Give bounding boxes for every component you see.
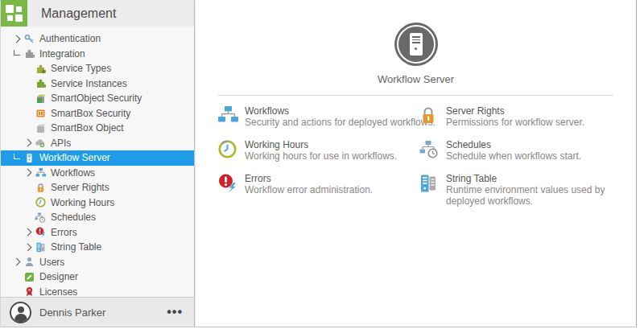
sidebar-item-label: Service Instances bbox=[51, 78, 127, 89]
sidebar-item-label: Licenses bbox=[39, 286, 77, 298]
sidebar-item-label: Errors bbox=[51, 227, 77, 238]
sidebar-item-smartbox-security[interactable]: SmartBox Security bbox=[1, 106, 194, 121]
error-icon bbox=[218, 174, 239, 196]
sidebar-item-smartbox-object[interactable]: SmartBox Object bbox=[1, 121, 194, 136]
tile-title: Server Rights bbox=[446, 105, 505, 117]
user-icon bbox=[23, 257, 35, 267]
sidebar-item-schedules[interactable]: Schedules bbox=[1, 210, 194, 225]
user-menu-ellipsis-icon[interactable]: ••• bbox=[167, 308, 183, 316]
service-instances-icon bbox=[34, 78, 47, 88]
sidebar-item-label: Working Hours bbox=[51, 197, 114, 208]
sidebar-item-label: Workflows bbox=[51, 167, 95, 179]
chevron-right-icon[interactable] bbox=[23, 170, 34, 175]
tile-title: String Table bbox=[446, 173, 497, 184]
chevron-right-icon[interactable] bbox=[11, 36, 23, 42]
sidebar-item-integration[interactable]: Integration bbox=[1, 47, 194, 62]
sidebar-item-label: String Table bbox=[51, 241, 101, 253]
app-grid-logo-icon[interactable] bbox=[1, 0, 27, 27]
user-avatar bbox=[10, 302, 31, 323]
collapse-elbow-icon[interactable] bbox=[11, 52, 23, 56]
user-bar: Dennis Parker ••• bbox=[1, 297, 194, 327]
smartbox-security-icon bbox=[34, 108, 47, 118]
sidebar-item-label: Server Rights bbox=[51, 182, 109, 193]
tile-title: Schedules bbox=[446, 139, 491, 150]
sidebar-item-label: APIs bbox=[51, 138, 71, 149]
tile-string-table[interactable]: String Table Runtime environment values … bbox=[419, 173, 616, 207]
lock-icon bbox=[34, 183, 47, 193]
feature-grid: Workflows Security and actions for deplo… bbox=[196, 96, 636, 207]
workflows-icon bbox=[218, 106, 239, 126]
user-name: Dennis Parker bbox=[39, 306, 167, 319]
sidebar-item-label: SmartBox Object bbox=[51, 122, 124, 134]
sidebar-item-service-types[interactable]: Service Types bbox=[1, 61, 194, 76]
smartbox-object-icon bbox=[34, 123, 47, 134]
main-header: Workflow Server bbox=[196, 0, 636, 85]
smartobject-security-icon bbox=[34, 93, 47, 104]
lock-icon bbox=[419, 106, 440, 128]
sidebar-item-smartobject-security[interactable]: SmartObject Security bbox=[1, 91, 194, 106]
string-table-icon bbox=[34, 242, 47, 253]
tile-errors[interactable]: Errors Workflow error administration. bbox=[218, 173, 419, 207]
tile-title: Errors bbox=[245, 173, 271, 184]
error-icon bbox=[34, 227, 47, 237]
sidebar-header: Management bbox=[1, 0, 194, 27]
sidebar-item-workflow-server[interactable]: Workflow Server bbox=[1, 150, 194, 166]
sidebar-item-working-hours[interactable]: Working Hours bbox=[1, 195, 194, 211]
sidebar: Management Authentication Integration bbox=[1, 0, 195, 327]
workflows-icon bbox=[34, 167, 47, 178]
tile-description: Runtime environment values used by deplo… bbox=[446, 184, 605, 207]
tile-working-hours[interactable]: Working Hours Working hours for use in w… bbox=[218, 139, 419, 162]
clock-icon bbox=[218, 140, 239, 162]
sidebar-item-designer[interactable]: Designer bbox=[1, 269, 194, 285]
workflow-server-icon bbox=[394, 23, 438, 66]
tile-description: Working hours for use in workflows. bbox=[245, 150, 397, 162]
sidebar-item-server-rights[interactable]: Server Rights bbox=[1, 180, 194, 195]
navigation-tree: Authentication Integration Service Types bbox=[1, 27, 194, 299]
tile-schedules[interactable]: Schedules Schedule when workflows start. bbox=[419, 139, 616, 162]
key-icon bbox=[23, 34, 35, 44]
main-content: Workflow Server Workflows Security and a… bbox=[196, 0, 636, 327]
cloud-icon bbox=[34, 138, 47, 148]
tile-description: Permissions for workflow server. bbox=[446, 117, 584, 128]
sidebar-item-label: Workflow Server bbox=[39, 152, 110, 163]
sidebar-item-label: SmartObject Security bbox=[51, 93, 142, 104]
tile-workflows[interactable]: Workflows Security and actions for deplo… bbox=[218, 105, 419, 128]
sidebar-item-label: Service Types bbox=[51, 63, 111, 74]
sidebar-item-service-instances[interactable]: Service Instances bbox=[1, 76, 194, 92]
tile-server-rights[interactable]: Server Rights Permissions for workflow s… bbox=[419, 105, 616, 128]
chevron-right-icon[interactable] bbox=[23, 245, 34, 250]
collapse-elbow-icon[interactable] bbox=[11, 156, 23, 159]
server-icon bbox=[23, 153, 35, 163]
sidebar-item-label: Designer bbox=[39, 271, 78, 282]
sidebar-item-string-table[interactable]: String Table bbox=[1, 240, 194, 255]
chevron-right-icon[interactable] bbox=[23, 229, 34, 235]
sidebar-item-label: Users bbox=[39, 257, 64, 268]
schedules-icon bbox=[34, 212, 47, 223]
sidebar-item-users[interactable]: Users bbox=[1, 255, 194, 270]
clock-icon bbox=[34, 197, 47, 208]
chevron-right-icon[interactable] bbox=[11, 259, 23, 265]
tile-title: Working Hours bbox=[245, 139, 308, 150]
sidebar-item-workflows[interactable]: Workflows bbox=[1, 166, 194, 181]
tile-description: Workflow error administration. bbox=[245, 184, 373, 195]
sidebar-item-authentication[interactable]: Authentication bbox=[1, 31, 194, 47]
string-table-icon bbox=[419, 174, 440, 196]
designer-icon bbox=[23, 272, 35, 282]
sidebar-item-errors[interactable]: Errors bbox=[1, 225, 194, 241]
sidebar-item-label: Schedules bbox=[51, 212, 96, 223]
page-title: Management bbox=[27, 0, 194, 27]
license-icon bbox=[23, 286, 35, 297]
main-header-title: Workflow Server bbox=[196, 73, 636, 85]
puzzle-icon bbox=[23, 48, 35, 59]
sidebar-item-label: Integration bbox=[39, 48, 85, 60]
sidebar-item-label: Authentication bbox=[39, 33, 101, 44]
tile-title: Workflows bbox=[245, 105, 289, 117]
management-console-window: Management Authentication Integration bbox=[0, 0, 637, 327]
sidebar-item-apis[interactable]: APIs bbox=[1, 136, 194, 151]
sidebar-item-label: SmartBox Security bbox=[51, 108, 130, 119]
service-types-icon bbox=[34, 64, 47, 74]
tile-description: Schedule when workflows start. bbox=[446, 150, 581, 162]
tile-description: Security and actions for deployed workfl… bbox=[245, 117, 436, 128]
schedules-icon bbox=[419, 140, 440, 162]
chevron-right-icon[interactable] bbox=[23, 140, 34, 146]
